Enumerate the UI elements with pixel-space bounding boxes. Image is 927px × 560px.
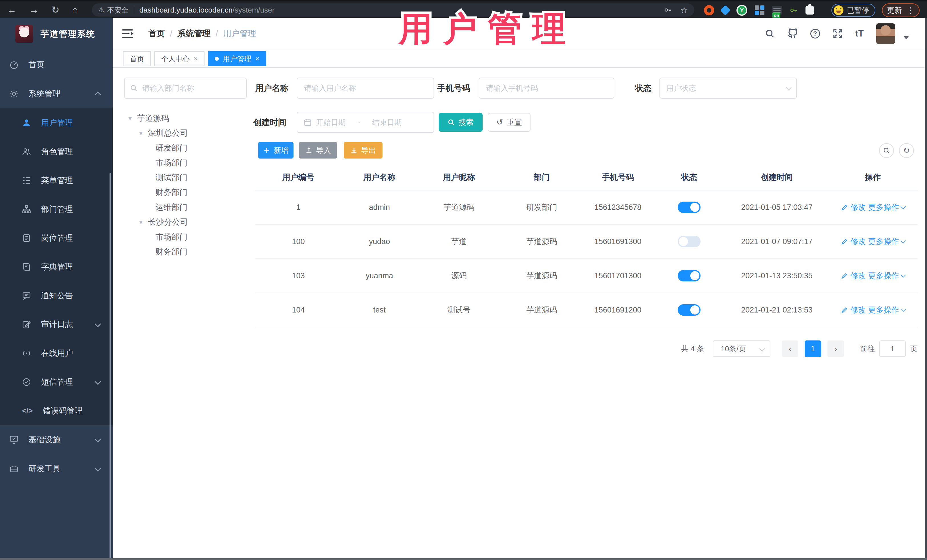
tree-node[interactable]: 研发部门 [124, 141, 249, 155]
more-actions-link[interactable]: 更多操作 [868, 202, 905, 212]
bookmark-star-icon[interactable]: ☆ [680, 5, 688, 15]
next-page-button[interactable]: › [827, 340, 844, 357]
github-icon[interactable] [787, 29, 798, 39]
tree-node[interactable]: 财务部门 [124, 185, 249, 200]
close-icon[interactable]: × [255, 55, 259, 63]
list-extension-icon[interactable]: on [772, 6, 782, 15]
gem-extension-icon[interactable] [720, 5, 731, 16]
logo[interactable]: 芋道管理系统 [0, 18, 112, 50]
sidebar-item-posts[interactable]: 岗位管理 [0, 223, 112, 252]
username-field[interactable] [296, 77, 434, 99]
tree-node[interactable]: 市场部门 [124, 155, 249, 170]
sidebar-item-dict[interactable]: 字典管理 [0, 252, 112, 281]
sidebar-item-dev-tools[interactable]: 研发工具 [0, 454, 112, 483]
reset-button[interactable]: ↺ 重置 [488, 113, 530, 132]
sidebar-item-audit-log[interactable]: 审计日志 [0, 310, 112, 339]
key-icon[interactable] [664, 6, 672, 14]
browser-update-button[interactable]: 更新 ⋮ [882, 3, 919, 17]
tree-node[interactable]: 运维部门 [124, 200, 249, 215]
edit-link[interactable]: 修改 [841, 237, 866, 247]
collapse-sidebar-icon[interactable] [122, 29, 134, 39]
sidebar-item-notice[interactable]: 通知公告 [0, 281, 112, 310]
grid-extension-icon[interactable] [755, 5, 764, 15]
tab-user-management[interactable]: 用户管理 × [208, 51, 266, 66]
status-toggle[interactable] [678, 236, 701, 247]
date-range-picker[interactable]: 开始日期 - 结束日期 [296, 112, 434, 133]
more-actions-link[interactable]: 更多操作 [868, 270, 905, 281]
sidebar-item-menus[interactable]: 菜单管理 [0, 166, 112, 195]
status-select[interactable]: 用户状态 [660, 77, 797, 99]
address-bar[interactable]: ⚠ 不安全 dashboard.yudao.iocoder.cn /system… [92, 3, 694, 17]
export-button[interactable]: 导出 [344, 142, 383, 159]
import-button[interactable]: 导入 [299, 142, 337, 159]
breadcrumb-home[interactable]: 首页 [148, 28, 165, 39]
search-icon[interactable] [765, 29, 775, 39]
user-avatar[interactable] [876, 23, 895, 44]
goto-page-input[interactable] [879, 340, 906, 357]
browser-profile-button[interactable]: 已暂停 [831, 4, 875, 17]
search-button-label: 搜索 [458, 117, 474, 127]
reload-icon[interactable]: ↻ [51, 5, 59, 15]
avatar-caret-icon[interactable] [904, 36, 909, 39]
breadcrumb-system[interactable]: 系统管理 [178, 28, 211, 39]
caret-down-icon[interactable]: ▾ [126, 114, 134, 122]
edit-link[interactable]: 修改 [841, 305, 866, 315]
url-host: dashboard.yudao.iocoder.cn [140, 6, 233, 15]
fullscreen-icon[interactable] [833, 29, 843, 39]
more-label: 更多操作 [868, 237, 899, 247]
y-extension-icon[interactable]: Y [737, 5, 747, 16]
username-input[interactable] [304, 83, 427, 93]
caret-down-icon[interactable]: ▾ [137, 129, 144, 137]
status-toggle[interactable] [678, 304, 701, 316]
browser-menu-icon[interactable]: ⋮ [906, 6, 915, 15]
sidebar-item-users[interactable]: 用户管理 [0, 108, 112, 137]
sidebar-item-depts[interactable]: 部门管理 [0, 195, 112, 223]
tree-node[interactable]: 市场部门 [124, 229, 249, 244]
password-extension-icon[interactable] [790, 6, 798, 15]
prev-page-button[interactable]: ‹ [782, 340, 798, 357]
tree-node[interactable]: ▾深圳总公司 [124, 126, 249, 141]
home-icon[interactable]: ⌂ [72, 5, 78, 15]
insecure-label[interactable]: 不安全 [107, 5, 129, 15]
mobile-input[interactable] [485, 83, 608, 93]
page-size-select[interactable]: 10条/页 [713, 340, 770, 357]
ubuntu-extension-icon[interactable] [704, 5, 714, 15]
status-toggle[interactable] [678, 270, 701, 281]
tab-profile[interactable]: 个人中心 × [154, 51, 205, 66]
sidebar-item-infrastructure[interactable]: 基础设施 [0, 425, 112, 454]
more-actions-link[interactable]: 更多操作 [868, 237, 905, 247]
edit-link[interactable]: 修改 [841, 202, 866, 212]
refresh-button[interactable]: ↻ [899, 143, 914, 158]
back-icon[interactable]: ← [7, 5, 17, 15]
sidebar-item-system[interactable]: 系统管理 [0, 79, 112, 108]
sidebar-scrollbar[interactable] [109, 173, 111, 560]
sidebar-item-sms[interactable]: 短信管理 [0, 367, 112, 396]
close-icon[interactable]: × [194, 55, 198, 63]
caret-down-icon[interactable]: ▾ [137, 218, 144, 226]
toggle-search-button[interactable] [879, 143, 894, 158]
tree-node[interactable]: 测试部门 [124, 170, 249, 185]
forward-icon[interactable]: → [29, 5, 39, 15]
search-button[interactable]: 搜索 [439, 113, 483, 132]
sidebar-item-error-codes[interactable]: </> 错误码管理 [0, 396, 112, 425]
sidebar-item-roles[interactable]: 角色管理 [0, 137, 112, 166]
extensions-puzzle-icon[interactable] [805, 6, 814, 15]
more-actions-link[interactable]: 更多操作 [868, 305, 905, 315]
tree-node[interactable]: ▾芋道源码 [124, 111, 249, 126]
sidebar-item-online-users[interactable]: 在线用户 [0, 339, 112, 367]
tree-node[interactable]: ▾长沙分公司 [124, 215, 249, 229]
mobile-field[interactable] [479, 77, 614, 99]
status-toggle[interactable] [678, 202, 701, 213]
tree-node-label: 财务部门 [155, 246, 187, 257]
font-size-icon[interactable]: tT [856, 29, 864, 39]
tree-node[interactable]: 财务部门 [124, 244, 249, 259]
dept-search-input[interactable] [142, 83, 241, 93]
sidebar-item-home[interactable]: 首页 [0, 50, 112, 79]
col-header: 部门 [500, 172, 583, 183]
dept-search-box[interactable] [124, 77, 247, 99]
add-button[interactable]: 新增 [258, 142, 293, 159]
help-icon[interactable]: ? [810, 29, 820, 38]
tab-home[interactable]: 首页 [123, 51, 151, 66]
current-page-button[interactable]: 1 [805, 340, 821, 357]
edit-link[interactable]: 修改 [841, 270, 866, 281]
